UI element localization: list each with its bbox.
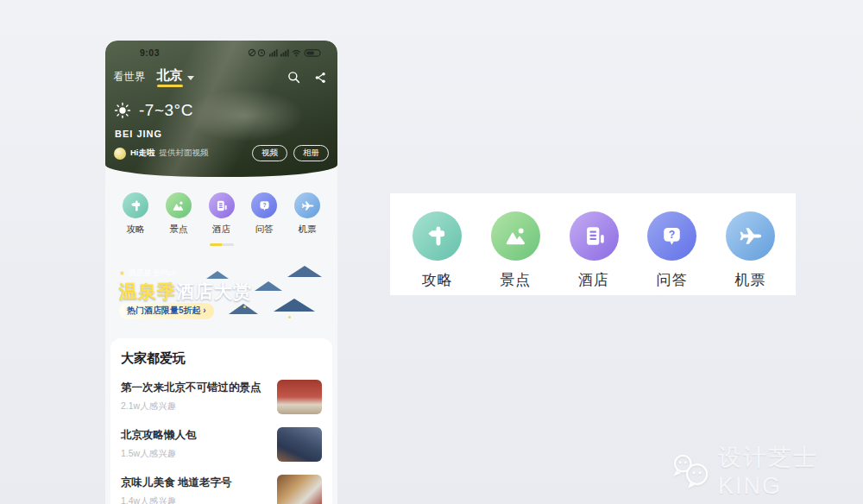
qa-icon-large (647, 211, 696, 261)
tab-city-beijing[interactable]: 北京 (157, 67, 183, 87)
flight-icon-large (726, 211, 775, 261)
provider-name: Hi走啦 (130, 148, 155, 159)
icon-detail-panel: 攻略 景点 酒店 问答 机票 (390, 193, 796, 295)
status-time: 9:03 (140, 47, 160, 58)
popular-item-2-thumbnail (277, 427, 322, 462)
popular-item-3[interactable]: 京味儿美食 地道老字号 1.4w人感兴趣 (121, 475, 322, 504)
flight-icon (294, 192, 320, 218)
hotel-icon-large (570, 211, 619, 261)
indicator-active (210, 243, 222, 246)
tab-world[interactable]: 看世界 (113, 70, 146, 85)
banner-tag: ★ 酒店星选Plus (119, 268, 176, 279)
wifi-icon (293, 50, 300, 54)
popular-item-1[interactable]: 第一次来北京不可错过的景点 2.1w人感兴趣 (121, 380, 322, 414)
nav-item-flight[interactable]: 机票 (294, 192, 320, 236)
guide-icon (123, 192, 148, 218)
watermark-text: 设计芝士KING (718, 442, 863, 500)
watermark: 设计芝士KING (671, 442, 863, 500)
guide-icon-large (413, 211, 462, 261)
popular-item-3-thumbnail (277, 475, 322, 504)
top-nav: 看世界 北京 (105, 58, 337, 87)
hotel-promo-banner[interactable]: ★ 酒店星选Plus 温泉季酒店大赏 热门酒店限量5折起 › (110, 261, 332, 327)
carousel-indicator (105, 243, 337, 246)
phone-nav-icon-row: 攻略 景点 酒店 问答 机票 (105, 177, 337, 236)
popular-item-2[interactable]: 北京攻略懒人包 1.5w人感兴趣 (121, 427, 322, 462)
panel-item-sights[interactable]: 景点 (491, 211, 540, 295)
album-button[interactable]: 相册 (293, 145, 329, 161)
page-canvas: 9:03 (0, 0, 863, 504)
panel-item-qa[interactable]: 问答 (647, 211, 696, 295)
video-button[interactable]: 视频 (252, 145, 287, 161)
temperature: -7~3°C (139, 101, 193, 120)
indicator-rest (222, 243, 234, 246)
provider-description: 提供封面视频 (160, 148, 209, 159)
banner-cta-pill[interactable]: 热门酒店限量5折起 › (119, 303, 214, 319)
hero-header: 9:03 (105, 41, 337, 177)
sights-icon-large (491, 211, 540, 261)
share-icon[interactable] (313, 71, 327, 85)
popular-item-1-thumbnail (277, 380, 322, 414)
phone-mockup: 9:03 (105, 41, 337, 504)
sights-icon (166, 192, 192, 218)
qa-icon (251, 192, 277, 218)
nav-item-guide[interactable]: 攻略 (123, 192, 148, 236)
wechat-logo-icon (671, 451, 711, 491)
panel-item-hotel[interactable]: 酒店 (570, 211, 619, 295)
popular-card: 大家都爱玩 第一次来北京不可错过的景点 2.1w人感兴趣 北京攻略懒人包 1.5… (110, 338, 332, 504)
weather-widget: -7~3°C (105, 87, 337, 120)
signal-icon (269, 49, 289, 56)
star-icon: ★ (119, 269, 125, 277)
nav-item-sights[interactable]: 景点 (166, 192, 192, 236)
chevron-down-icon[interactable] (187, 76, 194, 80)
provider-avatar (114, 148, 126, 160)
popular-card-title: 大家都爱玩 (121, 350, 322, 367)
panel-item-guide[interactable]: 攻略 (413, 211, 462, 295)
battery-icon (305, 49, 320, 56)
status-icons (248, 47, 327, 58)
nav-item-qa[interactable]: 问答 (251, 192, 277, 236)
banner-title: 温泉季酒店大赏 (119, 280, 252, 304)
active-tab-underline (157, 85, 183, 87)
panel-item-flight[interactable]: 机票 (726, 211, 775, 295)
sun-icon (114, 102, 131, 119)
search-icon[interactable] (287, 70, 301, 85)
city-english-name: BEI JING (105, 120, 337, 139)
hotel-icon (209, 192, 235, 218)
status-bar: 9:03 (105, 41, 337, 58)
cover-provider-row: Hi走啦 提供封面视频 视频 相册 (105, 139, 337, 161)
nav-item-hotel[interactable]: 酒店 (209, 192, 235, 236)
